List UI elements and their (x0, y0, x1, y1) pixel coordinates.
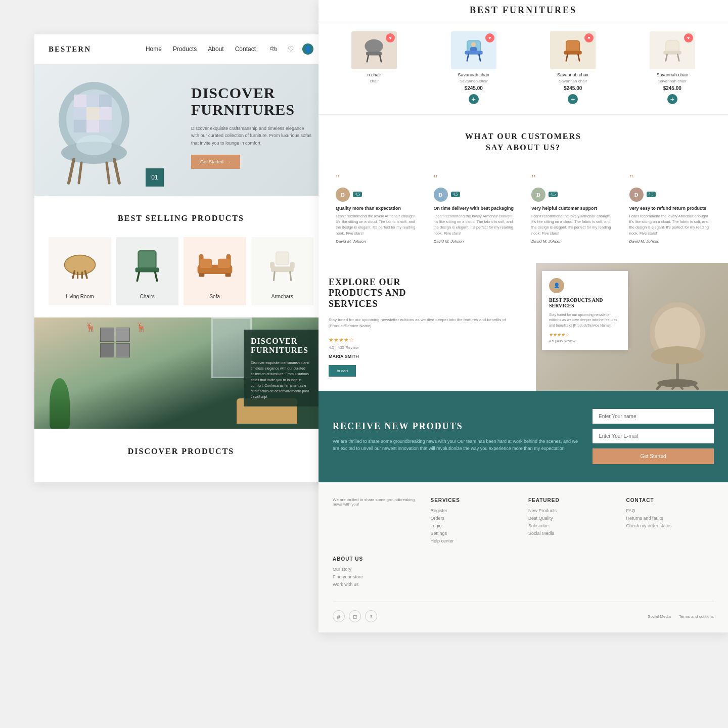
svg-line-41 (290, 272, 291, 280)
chairs-image (127, 245, 167, 286)
reviewer-avatar-1: D (336, 188, 350, 202)
newsletter-overlay-card: 👤 BEST PRODUCTS AND SERVICES Stay tuned … (542, 271, 628, 350)
review-text-1: I can't recommend the lovely Armchair en… (336, 213, 418, 236)
bag-icon[interactable]: 🛍 (268, 43, 279, 55)
svg-line-40 (274, 272, 275, 280)
svg-line-61 (666, 54, 667, 61)
strip-name-0: n chair (368, 72, 381, 77)
right-panel: BEST FURNITURES ♥ n chair chair (318, 0, 728, 632)
twitter-icon[interactable]: 𝕥 (365, 610, 377, 622)
add-button-3[interactable]: + (667, 94, 677, 104)
footer-our-story[interactable]: Our story (333, 567, 421, 572)
svg-point-65 (651, 346, 704, 365)
footer-work-with-us[interactable]: Work with us (333, 582, 421, 587)
footer-contact-title: CONTACT (626, 497, 714, 503)
newsletter-submit-button[interactable]: Get Started (593, 448, 714, 464)
svg-line-15 (107, 163, 109, 183)
footer-find-store[interactable]: Find your store (333, 574, 421, 579)
footer-orders[interactable]: Orders (431, 516, 519, 521)
review-text-2: I can't recommend the lovely Armchair en… (434, 213, 516, 236)
newsletter-avatar: 👤 (549, 278, 564, 293)
category-living-room[interactable]: Living Room (49, 237, 111, 305)
footer-subscribe[interactable]: Subscribe (528, 523, 616, 528)
living-room-image (60, 245, 100, 286)
nav-contact[interactable]: Contact (235, 46, 256, 53)
nav-home[interactable]: Home (146, 46, 162, 53)
reviewer-info-1: D 4.5 (336, 188, 418, 202)
svg-rect-59 (666, 41, 678, 52)
footer-help[interactable]: Help center (431, 538, 519, 543)
reviewer-rating-1: 4.5 (353, 192, 362, 197)
armchairs-label: Armchars (271, 294, 293, 299)
room-interior: 🦌 🦌 DISCOVER FURNITURES Discover exquisi… (34, 317, 328, 429)
strip-name-3: Savannah chair (656, 72, 688, 77)
newsletter-overlay-title: BEST PRODUCTS AND SERVICES (549, 297, 621, 308)
nav-about[interactable]: About (208, 46, 223, 53)
deer-right: 🦌 (135, 322, 147, 333)
svg-rect-7 (99, 107, 112, 120)
discover-title: DISCOVER PRODUCTS (49, 447, 313, 456)
add-button-1[interactable]: + (469, 94, 479, 104)
review-text-4: I can't recommend the lovely Armchair en… (629, 213, 711, 236)
strip-sub-1: Savannah chair (460, 79, 488, 83)
nav-products[interactable]: Products (173, 46, 197, 53)
quote-mark-3: " (531, 173, 613, 185)
footer-terms-link[interactable]: Terms and cotitions (679, 614, 714, 619)
category-sofa[interactable]: Sofa (184, 237, 246, 305)
footer-login[interactable]: Login (431, 523, 519, 528)
add-to-cart-button[interactable]: to cart (329, 365, 356, 377)
newsletter-section: RECEIVE NEW PRODUTS We are thrilled to s… (318, 391, 728, 482)
footer-social[interactable]: Social Media (528, 531, 616, 536)
footer-faq[interactable]: FAQ (626, 508, 714, 513)
strip-card-partial: ♥ n chair chair (327, 31, 422, 104)
sofa-label: Sofa (209, 294, 220, 299)
strip-sub-0: chair (370, 79, 379, 83)
heart-badge: ♥ (386, 33, 395, 42)
svg-rect-50 (465, 51, 482, 54)
strip-card-2: ♥ Savannah chair Savannah chair $245.00 … (525, 31, 621, 104)
heart-icon[interactable]: ♡ (285, 43, 296, 55)
chairs-label: Chairs (140, 294, 155, 299)
explore-title: EXPLORE OUR PRODUCTS AND SERVICES (329, 277, 526, 310)
room-overlay-title: DISCOVER FURNITURES (251, 337, 312, 355)
category-armchairs[interactable]: Armchars (251, 237, 314, 305)
reviewer-avatar-2: D (434, 188, 448, 202)
svg-rect-9 (86, 120, 99, 132)
room-section: 🦌 🦌 DISCOVER FURNITURES Discover exquisi… (34, 317, 328, 429)
reviewer-name-4: David M. Johson (629, 239, 711, 244)
room-plant (50, 378, 70, 429)
logo: BESTERN (49, 45, 91, 54)
reviewer-avatar-4: D (629, 188, 644, 202)
customers-section: WHAT OUR CUSTOMERS SAY ABOUT US? " D 4.5… (318, 115, 728, 263)
newsletter-name-input[interactable] (593, 409, 714, 424)
footer-new-products[interactable]: New Products (528, 508, 616, 513)
newsletter-email-input[interactable] (593, 429, 714, 443)
footer-register[interactable]: Register (431, 508, 519, 513)
pinterest-icon[interactable]: 𝕡 (333, 610, 345, 622)
add-button-2[interactable]: + (568, 94, 578, 104)
instagram-icon[interactable]: ◻ (349, 610, 361, 622)
footer-best-quality[interactable]: Best Quality (528, 516, 616, 521)
svg-rect-31 (200, 258, 212, 267)
wall-art (100, 328, 130, 357)
left-panel: BESTERN Home Products About Contact 🛍 ♡ … (34, 34, 328, 482)
reviewer-rating-4: 4.5 (647, 192, 656, 197)
review-card-4: " D 4.5 Very easy to refund return produ… (624, 168, 716, 249)
footer-settings[interactable]: Settings (431, 531, 519, 536)
strip-price-1: $245.00 (465, 85, 483, 91)
explore-desc: Stay tuned for our upcoming newsletter e… (329, 317, 526, 330)
category-chairs[interactable]: Chairs (116, 237, 179, 305)
footer-returns[interactable]: Returns and faults (626, 516, 714, 521)
explore-right-area: 👤 BEST PRODUCTS AND SERVICES Stay tuned … (536, 263, 728, 391)
nav-icons: 🛍 ♡ 👤 (268, 43, 313, 55)
svg-rect-32 (218, 258, 230, 267)
explore-text: EXPLORE OUR PRODUCTS AND SERVICES Stay t… (318, 263, 536, 391)
review-title-1: Quality more than expectation (336, 206, 418, 211)
svg-point-18 (65, 256, 95, 274)
footer-order-status[interactable]: Check my order status (626, 523, 714, 528)
user-icon[interactable]: 👤 (302, 43, 313, 55)
get-started-button[interactable]: Get Started → (191, 155, 240, 169)
footer-social-media-link[interactable]: Social Media (648, 614, 671, 619)
deer-left: 🦌 (85, 322, 96, 333)
footer-col-about: ABOUT US Our story Find your store Work … (333, 556, 421, 589)
